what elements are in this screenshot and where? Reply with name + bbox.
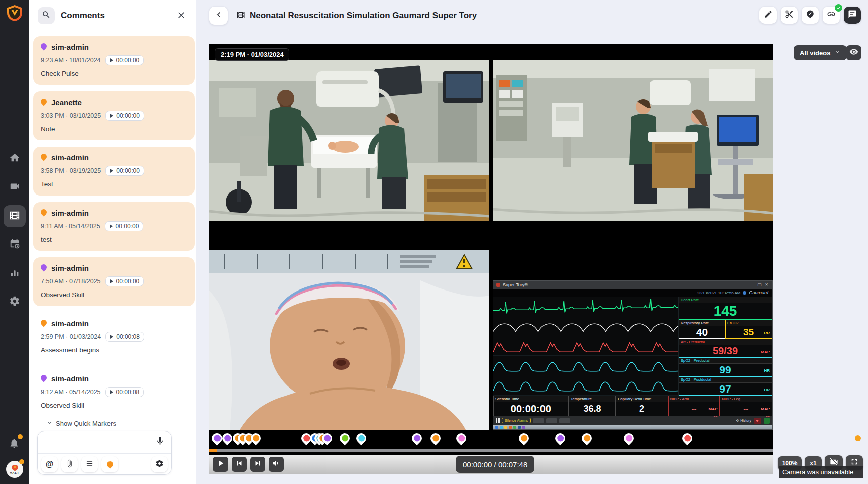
back-button[interactable]	[209, 7, 228, 25]
clip-button[interactable]	[781, 7, 798, 24]
attach-button[interactable]	[61, 456, 78, 472]
link-icon	[827, 10, 836, 21]
list-icon	[85, 459, 94, 470]
comment-author: sim-admin	[51, 43, 89, 51]
seek-bar-played	[209, 449, 217, 452]
monitor-statusbar: 12/13/2021 10:32:56 AM Gaumard	[493, 289, 772, 297]
sidebar-item-cameras[interactable]	[4, 176, 26, 199]
comment-author: sim-admin	[51, 209, 89, 217]
timeline-marker-pin[interactable]	[553, 431, 567, 445]
paperclip-icon	[65, 459, 74, 470]
comment-timecode-chip[interactable]: 00:00:00	[105, 55, 144, 65]
sidebar-item-home[interactable]	[4, 148, 26, 170]
sidebar-item-settings[interactable]	[4, 291, 26, 313]
vital-resp-rate: Respiratory Rate 40	[679, 320, 725, 339]
edit-button[interactable]	[759, 7, 777, 24]
comment-card[interactable]: sim-admin 9:12 AM · 05/14/202500:00:08 O…	[33, 368, 195, 414]
comment-card[interactable]: sim-admin 3:58 PM · 03/19/202500:00:00 T…	[33, 147, 195, 196]
comment-author: sim-admin	[51, 264, 89, 272]
camera-feed-infant-closeup[interactable]	[209, 250, 489, 430]
comments-list[interactable]: sim-admin 9:23 AM · 10/01/202400:00:00 C…	[29, 32, 196, 414]
close-comments-button[interactable]	[176, 10, 187, 21]
quick-list-button[interactable]	[81, 456, 98, 472]
comment-timecode-chip[interactable]: 00:00:00	[105, 276, 144, 286]
page-title-wrap: Neonatal Resuscitation Simulation Gaumar…	[236, 10, 477, 21]
left-nav-rail: VALT	[0, 0, 29, 484]
search-comments-button[interactable]	[38, 7, 55, 24]
timeline[interactable]	[209, 430, 773, 455]
timeline-marker-pin[interactable]	[580, 431, 594, 445]
comment-author: sim-admin	[51, 153, 89, 162]
valt-badge-label: VALT	[10, 471, 20, 474]
arterial-waveform	[493, 336, 678, 356]
app-icon	[496, 283, 500, 287]
camera-unavailable-tooltip: Camera was unavailable	[779, 466, 863, 478]
microphone-icon[interactable]	[155, 436, 167, 448]
comment-text: Test	[41, 180, 187, 188]
comment-timecode-chip[interactable]: 00:00:00	[105, 111, 144, 121]
play-button[interactable]	[213, 457, 228, 472]
link-copied-check-badge	[835, 4, 842, 12]
timeline-marker-pin[interactable]	[516, 431, 530, 445]
timeline-marker-pin[interactable]	[454, 431, 468, 445]
camera-feed-patient-monitor[interactable]: Super Tory® – ▢ ✕ 12/13/2021 10:32:56 AM…	[493, 250, 773, 430]
vital-etco2: EtCO2 35 RR40	[725, 320, 772, 339]
vital-art-preductal: Art - Preductal 59/39 MAP46	[679, 339, 772, 357]
play-icon	[110, 224, 113, 228]
skip-forward-button[interactable]	[250, 457, 265, 472]
timeline-marker-pin[interactable]	[680, 431, 694, 445]
composer-settings-button[interactable]	[151, 456, 168, 472]
seek-bar[interactable]	[209, 449, 773, 452]
timeline-marker-pin[interactable]	[354, 431, 368, 445]
skip-back-button[interactable]	[232, 457, 247, 472]
comment-timecode-chip[interactable]: 00:00:00	[105, 221, 144, 231]
comment-meta: 3:03 PM · 03/10/2025	[41, 112, 101, 119]
bar-chart-icon	[9, 267, 20, 280]
comments-panel: Comments sim-admin 9:23 AM · 10/01/20240…	[29, 0, 196, 484]
comment-card[interactable]: sim-admin 9:23 AM · 10/01/202400:00:00 C…	[33, 36, 195, 85]
sidebar-item-reports[interactable]	[4, 262, 26, 284]
visibility-button[interactable]	[846, 45, 861, 60]
resp-rate-value: 40	[696, 326, 708, 338]
vital-spo2-preductal: SpO2 - Preductal 99 HR144	[679, 357, 772, 376]
chevron-left-icon	[213, 10, 224, 22]
timeline-marker-pin[interactable]	[428, 431, 442, 445]
volume-button[interactable]	[269, 457, 284, 472]
timeline-marker-pin[interactable]	[338, 431, 352, 445]
comment-timecode-chip[interactable]: 00:00:00	[105, 166, 144, 176]
patient-monitor-window: Super Tory® – ▢ ✕ 12/13/2021 10:32:56 AM…	[493, 280, 773, 430]
camera-feed-room-1[interactable]: 2:19 PM · 01/03/2024	[209, 44, 489, 246]
marker-pen-button[interactable]	[802, 7, 819, 24]
video-timestamp-overlay: 2:19 PM · 01/03/2024	[215, 48, 289, 61]
notifications-button[interactable]	[9, 438, 21, 451]
comments-toggle-button[interactable]	[844, 7, 861, 24]
camera-feed-room-1-illustration	[209, 60, 489, 221]
comment-meta: 3:58 PM · 03/19/2025	[41, 167, 101, 174]
all-videos-dropdown[interactable]: All videos	[794, 45, 847, 60]
heart-rate-value: 145	[714, 303, 737, 319]
valt-account-badge[interactable]: VALT	[6, 461, 23, 478]
comment-timecode-chip[interactable]: 00:00:08	[105, 332, 144, 342]
comment-timecode-chip[interactable]: 00:00:08	[105, 387, 144, 397]
chevron-down-icon	[46, 419, 53, 428]
scenario-time-tile: Scenario Time 00:00:00	[493, 396, 569, 417]
comment-card[interactable]: sim-admin 7:50 AM · 07/18/202500:00:00 O…	[33, 257, 195, 306]
show-quick-markers-toggle[interactable]: Show Quick Markers	[46, 419, 116, 428]
timeline-marker-pin[interactable]	[622, 431, 636, 445]
silence-alarms-button: Silence Alarms	[502, 418, 531, 423]
mention-button[interactable]: @	[41, 456, 58, 472]
comment-card[interactable]: sim-admin 2:59 PM · 01/03/202400:00:08 A…	[33, 313, 195, 361]
comment-card[interactable]: sim-admin 9:11 AM · 05/14/202500:00:00 t…	[33, 202, 195, 251]
camera-feed-room-2[interactable]	[493, 44, 773, 246]
comment-meta: 9:12 AM · 05/14/2025	[41, 389, 101, 396]
video-camera-icon	[9, 181, 20, 194]
comment-card[interactable]: Jeanette 3:03 PM · 03/10/202500:00:00 No…	[33, 91, 195, 140]
comment-input[interactable]	[38, 431, 148, 451]
timeline-marker-pin[interactable]	[409, 431, 423, 445]
add-marker-button[interactable]	[101, 456, 118, 472]
gaumard-brand: Gaumard	[749, 290, 768, 295]
sidebar-item-recordings[interactable]	[4, 205, 26, 227]
spo2-post-value: 97	[719, 383, 731, 395]
sidebar-item-schedule[interactable]	[4, 234, 26, 256]
share-link-button[interactable]	[823, 7, 840, 24]
